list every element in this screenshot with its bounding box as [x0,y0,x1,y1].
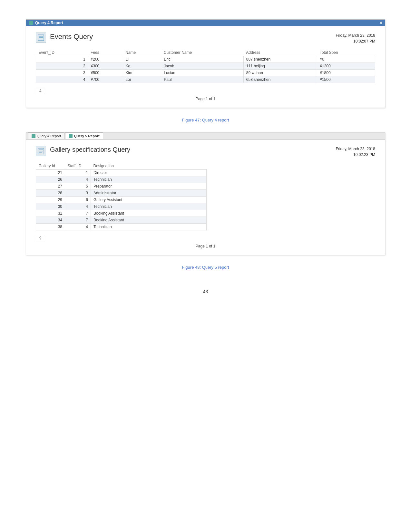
tab-query5[interactable]: Query 5 Report [65,132,103,139]
query4-title-icon [29,21,33,25]
query5-table-header: Gallery Id Staff_ID Designation [36,163,207,169]
table-row: 21 1 Director [36,169,207,176]
table-row: 27 5 Preparator [36,183,207,190]
query4-page-info: Page 1 of 1 [36,97,375,101]
query5-header: Gallery specifications Query Friday, Mar… [36,146,375,158]
col-fees: Fees [88,49,123,56]
query5-tab-bar: Query 4 Report Query 5 Report [26,132,385,140]
table-row: 29 6 Gallery Assistant [36,197,207,203]
svg-rect-6 [39,151,43,151]
table-row: 1 ¥200 Li Eric 887 shenzhen ¥0 [36,56,375,63]
query5-footer: 9 [36,233,375,241]
query5-report-date: Friday, March 23, 2018 10:02:23 PM [336,146,375,158]
table-row: 2 ¥300 Ko Jacob 111 beijing ¥1200 [36,63,375,70]
svg-rect-7 [39,152,42,153]
query4-count: 4 [36,88,45,94]
col-address: Address [243,49,317,56]
query4-table-header: Event_ID Fees Name Customer Name Address… [36,49,375,56]
figure47-caption: Figure 47: Query 4 report [26,118,385,122]
col-designation: Designation [91,163,207,169]
table-row: 38 4 Technician [36,224,207,230]
col-gallery-id: Gallery Id [36,163,65,169]
query4-window-title: Query 4 Report [35,21,63,25]
query4-titlebar: Query 4 Report ✕ [26,20,385,26]
query4-footer: 4 [36,86,375,94]
table-row: 4 ¥700 Loi Paul 658 shenzhen ¥1500 [36,76,375,83]
table-row: 31 7 Booking Assistant [36,210,207,217]
col-total: Total Spen [317,49,375,56]
table-row: 30 4 Technician [36,203,207,210]
col-name: Name [123,49,161,56]
query4-window: Query 4 Report ✕ Events Query Friday, Ma… [26,19,385,108]
query4-table: Event_ID Fees Name Customer Name Address… [36,49,375,83]
query5-page-info: Page 1 of 1 [36,244,375,248]
query5-report-title: Gallery specifications Query [50,146,336,153]
col-event-id: Event_ID [36,49,88,56]
tab-query5-icon [69,134,73,138]
tab-query4[interactable]: Query 4 Report [28,132,64,139]
query4-report-icon [36,33,46,43]
query4-report-date: Friday, March 23, 2018 10:02:07 PM [336,33,375,44]
query4-report-title: Events Query [50,33,336,41]
query5-content: Gallery specifications Query Friday, Mar… [26,140,385,255]
query4-header: Events Query Friday, March 23, 2018 10:0… [36,33,375,44]
col-staff-id: Staff_ID [65,163,91,169]
svg-rect-3 [39,39,42,39]
table-row: 28 3 Administrator [36,190,207,197]
query5-window: Query 4 Report Query 5 Report Gallery sp… [26,132,385,255]
query5-report-icon [36,146,46,156]
query4-close-button[interactable]: ✕ [379,21,382,25]
svg-rect-1 [39,36,43,37]
svg-rect-2 [39,37,43,38]
query5-count: 9 [36,235,45,241]
table-row: 34 7 Booking Assistant [36,217,207,224]
tab-query4-icon [32,134,35,138]
table-row: 26 4 Technician [36,176,207,183]
query4-content: Events Query Friday, March 23, 2018 10:0… [26,26,385,108]
page-number: 43 [26,289,385,294]
query5-table: Gallery Id Staff_ID Designation 21 1 Dir… [36,163,207,230]
col-customer-name: Customer Name [161,49,244,56]
figure48-caption: Figure 48: Query 5 report [26,265,385,270]
svg-rect-5 [39,150,43,150]
table-row: 3 ¥500 Kim Lucian 89 wuhan ¥1800 [36,70,375,76]
